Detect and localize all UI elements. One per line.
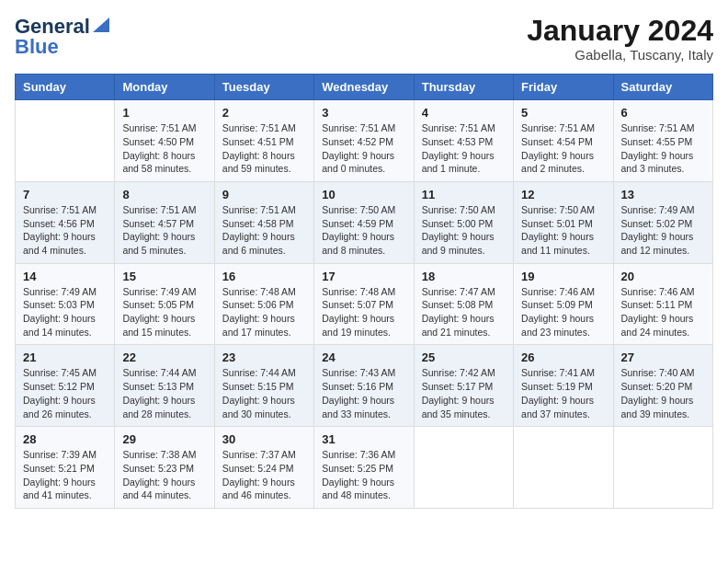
day-detail: Sunrise: 7:44 AM Sunset: 5:13 PM Dayligh… [122,366,206,420]
day-detail: Sunrise: 7:37 AM Sunset: 5:24 PM Dayligh… [222,448,306,502]
calendar-cell: 26Sunrise: 7:41 AM Sunset: 5:19 PM Dayli… [514,345,613,427]
day-detail: Sunrise: 7:45 AM Sunset: 5:12 PM Dayligh… [23,366,107,420]
day-number: 2 [222,106,306,120]
day-detail: Sunrise: 7:51 AM Sunset: 4:57 PM Dayligh… [122,203,206,258]
calendar-cell: 4Sunrise: 7:51 AM Sunset: 4:53 PM Daylig… [414,100,513,182]
day-detail: Sunrise: 7:51 AM Sunset: 4:53 PM Dayligh… [422,121,506,176]
day-detail: Sunrise: 7:49 AM Sunset: 5:02 PM Dayligh… [621,203,705,258]
day-number: 4 [422,106,506,120]
day-detail: Sunrise: 7:38 AM Sunset: 5:23 PM Dayligh… [122,448,206,502]
day-detail: Sunrise: 7:47 AM Sunset: 5:08 PM Dayligh… [422,285,506,339]
weekday-header-wednesday: Wednesday [314,75,414,100]
weekday-header-monday: Monday [115,75,214,100]
calendar-cell: 25Sunrise: 7:42 AM Sunset: 5:17 PM Dayli… [414,345,513,427]
day-number: 20 [621,270,705,283]
day-detail: Sunrise: 7:50 AM Sunset: 5:01 PM Dayligh… [521,203,605,258]
calendar-cell: 30Sunrise: 7:37 AM Sunset: 5:24 PM Dayli… [214,427,313,509]
day-number: 12 [521,188,605,201]
day-number: 14 [23,270,107,283]
calendar-cell: 20Sunrise: 7:46 AM Sunset: 5:11 PM Dayli… [613,263,712,345]
weekday-header-saturday: Saturday [613,75,712,100]
calendar-cell: 13Sunrise: 7:49 AM Sunset: 5:02 PM Dayli… [613,181,712,263]
calendar-cell: 21Sunrise: 7:45 AM Sunset: 5:12 PM Dayli… [16,345,115,427]
day-detail: Sunrise: 7:51 AM Sunset: 4:56 PM Dayligh… [23,203,107,258]
day-number: 31 [322,432,405,446]
day-number: 1 [122,106,206,120]
day-detail: Sunrise: 7:41 AM Sunset: 5:19 PM Dayligh… [521,366,605,420]
day-number: 9 [222,188,306,201]
calendar-cell: 28Sunrise: 7:39 AM Sunset: 5:21 PM Dayli… [16,427,115,509]
day-detail: Sunrise: 7:48 AM Sunset: 5:07 PM Dayligh… [322,285,405,339]
week-row-1: 1Sunrise: 7:51 AM Sunset: 4:50 PM Daylig… [16,100,713,182]
day-number: 17 [322,270,405,283]
svg-marker-0 [93,17,109,32]
day-detail: Sunrise: 7:36 AM Sunset: 5:25 PM Dayligh… [322,448,405,502]
calendar-cell: 16Sunrise: 7:48 AM Sunset: 5:06 PM Dayli… [214,263,313,345]
calendar-cell: 14Sunrise: 7:49 AM Sunset: 5:03 PM Dayli… [16,263,115,345]
calendar-cell: 17Sunrise: 7:48 AM Sunset: 5:07 PM Dayli… [314,263,414,345]
day-detail: Sunrise: 7:51 AM Sunset: 4:55 PM Dayligh… [621,121,705,176]
day-number: 30 [222,432,306,446]
calendar-cell: 2Sunrise: 7:51 AM Sunset: 4:51 PM Daylig… [214,100,313,182]
day-detail: Sunrise: 7:43 AM Sunset: 5:16 PM Dayligh… [322,366,405,420]
day-number: 25 [422,350,506,364]
week-row-2: 7Sunrise: 7:51 AM Sunset: 4:56 PM Daylig… [16,181,713,263]
day-number: 16 [222,270,306,283]
calendar-cell: 12Sunrise: 7:50 AM Sunset: 5:01 PM Dayli… [514,181,613,263]
day-number: 23 [222,350,306,364]
day-number: 8 [122,188,206,201]
day-detail: Sunrise: 7:51 AM Sunset: 4:50 PM Dayligh… [122,121,206,176]
calendar-cell: 29Sunrise: 7:38 AM Sunset: 5:23 PM Dayli… [115,427,214,509]
day-detail: Sunrise: 7:46 AM Sunset: 5:11 PM Dayligh… [621,285,705,339]
month-title: January 2024 [527,15,713,47]
day-detail: Sunrise: 7:49 AM Sunset: 5:05 PM Dayligh… [122,285,206,339]
day-number: 6 [621,106,705,120]
day-number: 13 [621,188,705,201]
day-detail: Sunrise: 7:40 AM Sunset: 5:20 PM Dayligh… [621,366,705,420]
day-number: 15 [122,270,206,283]
day-detail: Sunrise: 7:39 AM Sunset: 5:21 PM Dayligh… [23,448,107,502]
day-number: 26 [521,350,605,364]
calendar-cell: 6Sunrise: 7:51 AM Sunset: 4:55 PM Daylig… [613,100,712,182]
header: General Blue January 2024 Gabella, Tusca… [15,15,713,63]
day-number: 28 [23,432,107,446]
day-detail: Sunrise: 7:50 AM Sunset: 5:00 PM Dayligh… [422,203,506,258]
calendar-cell [16,100,115,182]
calendar-header: SundayMondayTuesdayWednesdayThursdayFrid… [16,75,713,100]
day-number: 19 [521,270,605,283]
day-detail: Sunrise: 7:51 AM Sunset: 4:54 PM Dayligh… [521,121,605,176]
day-number: 29 [122,432,206,446]
week-row-4: 21Sunrise: 7:45 AM Sunset: 5:12 PM Dayli… [16,345,713,427]
calendar-cell: 27Sunrise: 7:40 AM Sunset: 5:20 PM Dayli… [613,345,712,427]
weekday-header-row: SundayMondayTuesdayWednesdayThursdayFrid… [16,75,713,100]
title-area: January 2024 Gabella, Tuscany, Italy [527,15,713,63]
calendar-cell: 7Sunrise: 7:51 AM Sunset: 4:56 PM Daylig… [16,181,115,263]
calendar-cell [414,427,513,509]
day-number: 5 [521,106,605,120]
day-number: 7 [23,188,107,201]
day-detail: Sunrise: 7:49 AM Sunset: 5:03 PM Dayligh… [23,285,107,339]
calendar-cell: 22Sunrise: 7:44 AM Sunset: 5:13 PM Dayli… [115,345,214,427]
logo-text-blue: Blue [15,35,59,59]
calendar-cell [514,427,613,509]
day-number: 24 [322,350,405,364]
day-detail: Sunrise: 7:42 AM Sunset: 5:17 PM Dayligh… [422,366,506,420]
logo: General Blue [15,15,109,59]
calendar-table: SundayMondayTuesdayWednesdayThursdayFrid… [15,74,713,509]
weekday-header-tuesday: Tuesday [214,75,313,100]
calendar-cell: 3Sunrise: 7:51 AM Sunset: 4:52 PM Daylig… [314,100,414,182]
calendar-cell [613,427,712,509]
day-number: 22 [122,350,206,364]
calendar-body: 1Sunrise: 7:51 AM Sunset: 4:50 PM Daylig… [16,100,713,509]
calendar-cell: 31Sunrise: 7:36 AM Sunset: 5:25 PM Dayli… [314,427,414,509]
logo-triangle-icon [93,17,109,32]
location-title: Gabella, Tuscany, Italy [527,47,713,63]
calendar-cell: 18Sunrise: 7:47 AM Sunset: 5:08 PM Dayli… [414,263,513,345]
day-number: 21 [23,350,107,364]
weekday-header-friday: Friday [514,75,613,100]
day-number: 18 [422,270,506,283]
calendar-cell: 23Sunrise: 7:44 AM Sunset: 5:15 PM Dayli… [214,345,313,427]
week-row-5: 28Sunrise: 7:39 AM Sunset: 5:21 PM Dayli… [16,427,713,509]
day-detail: Sunrise: 7:50 AM Sunset: 4:59 PM Dayligh… [322,203,405,258]
day-number: 3 [322,106,405,120]
